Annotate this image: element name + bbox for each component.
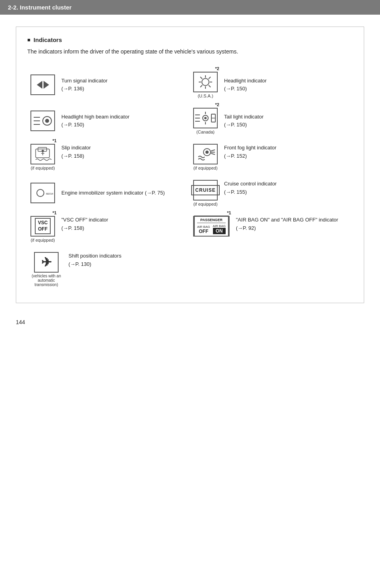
foglight-svg [195,146,216,162]
vsc-superscript: *1 [53,210,57,215]
airbag-label: "AIR BAG ON" and "AIR BAG OFF" indicator… [236,216,350,233]
headlight-text: Headlight indicator (→P. 150) [224,77,267,94]
airbag-on-text: ON [213,228,226,234]
turn-signal-label: Turn signal indicator [61,77,108,85]
indicator-row-taillight: *2 [190,103,353,139]
highbeam-label: Headlight high beam indicator [61,113,129,121]
arrow-right-icon [44,81,49,89]
svg-point-18 [204,117,207,119]
foglight-note: (if equipped) [193,166,217,170]
svg-line-6 [209,85,211,87]
shift-label: Shift position indicators [68,252,122,260]
section-title: Indicators [27,36,353,43]
svg-text:SECURITY: SECURITY [46,193,53,195]
indicator-row-highbeam: Headlight high beam indicator (→P. 150) [27,103,190,139]
shift-text: Shift position indicators (→P. 130) [68,252,122,269]
highbeam-icon-wrapper [30,111,55,131]
security-svg: SECURITY [32,185,53,200]
vsc-text: "VSC OFF" indicator (→P. 158) [61,216,108,233]
svg-point-25 [42,150,44,152]
indicator-row-security: SECURITY Engine immobilizer system indic… [27,175,190,211]
security-icon-wrapper: SECURITY [30,183,55,203]
cruise-note: (if equipped) [193,202,217,206]
taillight-icon-wrapper: *2 [193,108,218,134]
indicator-row-shift: ✈ (vehicles with an automatic transmissi… [27,247,190,292]
airbag-off-col: AIR BAG OFF [197,225,210,234]
foglight-icon [193,144,218,164]
slip-label: Slip indicator [61,144,91,152]
slip-icon [30,144,55,164]
slip-icon-wrapper: *1 [30,144,55,170]
headlight-ref: (→P. 150) [224,85,267,93]
vsc-ref: (→P. 158) [61,224,108,233]
taillight-note: (Canada) [196,130,215,134]
security-icon: SECURITY [30,183,55,203]
taillight-ref: (→P. 150) [224,121,264,129]
intro-text: The indicators inform the driver of the … [27,47,353,57]
taillight-svg [194,110,217,126]
airbag-icon: PASSENGER AIR BAG OFF AIR BAG ON [193,216,230,237]
airbag-text: "AIR BAG ON" and "AIR BAG OFF" indicator… [236,216,350,233]
headlight-note: (U.S.A.) [198,94,213,98]
airbag-display: PASSENGER AIR BAG OFF AIR BAG ON [194,216,229,237]
highbeam-icon [30,111,55,131]
vsc-label-box: VSCOFF [35,218,51,234]
cruise-ref: (→P. 155) [224,188,277,197]
vsc-label: "VSC OFF" indicator [61,216,108,224]
cruise-icon-wrapper: CRUISE (if equipped) [193,180,218,206]
indicator-row-airbag: *1 PASSENGER AIR BAG OFF AIR BAG [190,211,353,247]
airbag-off-text: OFF [197,229,210,234]
airbag-cols: AIR BAG OFF AIR BAG ON [197,224,226,234]
turn-arrows [37,81,49,89]
svg-point-33 [37,189,44,197]
headlight-svg [197,74,214,90]
airbag-icon-wrapper: *1 PASSENGER AIR BAG OFF AIR BAG [193,216,230,237]
svg-line-32 [211,153,215,155]
taillight-label: Tail light indicator [224,113,264,121]
airbag-superscript: *1 [227,210,231,215]
turn-signal-icon-wrapper [30,74,55,95]
turn-signal-icon [30,74,55,95]
security-label: Engine immobilizer system indicator (→P.… [61,189,165,197]
content-box: Indicators The indicators inform the dri… [16,27,364,303]
foglight-icon-wrapper: (if equipped) [193,144,218,170]
slip-ref: (→P. 158) [61,152,91,160]
page-number: 144 [16,315,364,325]
shift-ref: (→P. 130) [68,260,122,269]
highbeam-svg [33,113,53,128]
indicator-row-headlight: *2 [190,67,353,103]
security-text: Engine immobilizer system indicator (→P.… [61,189,165,197]
turn-signal-text: Turn signal indicator (→P. 136) [61,77,108,94]
indicator-row-turn-signal: Turn signal indicator (→P. 136) [27,67,190,103]
vsc-icon-wrapper: *1 VSCOFF (if equipped) [30,216,55,242]
headlight-label: Headlight indicator [224,77,267,85]
foglight-label: Front fog light indicator [224,144,276,152]
vsc-icon: VSCOFF [30,216,55,237]
slip-text: Slip indicator (→P. 158) [61,144,91,160]
slip-note: (if equipped) [30,166,55,170]
svg-point-0 [202,78,209,86]
cruise-label-box: CRUISE [191,185,219,195]
airbag-header: PASSENGER [197,218,226,223]
indicator-row-slip: *1 [27,139,190,175]
indicator-row-cruise: CRUISE (if equipped) Cruise control indi… [190,175,353,211]
svg-point-29 [205,151,209,154]
svg-line-8 [200,85,202,87]
highbeam-text: Headlight high beam indicator (→P. 150) [61,113,129,130]
airbag-airbag-label-left: AIR BAG [197,225,210,229]
shift-note: (vehicles with an automatic transmission… [30,274,62,287]
shift-icon: ✈ [34,252,59,273]
svg-line-7 [209,77,211,79]
headlight-icon [193,72,218,92]
highbeam-ref: (→P. 150) [61,121,129,129]
cruise-label: Cruise control indicator [224,180,277,188]
arrow-left-icon [37,81,42,89]
foglight-ref: (→P. 152) [224,152,276,160]
svg-line-30 [211,150,215,151]
header-title: 2-2. Instrument cluster [8,4,72,11]
page-body: Indicators The indicators inform the dri… [0,15,380,337]
headlight-icon-wrapper: *2 [193,72,218,98]
foglight-text: Front fog light indicator (→P. 152) [224,144,276,160]
taillight-text: Tail light indicator (→P. 150) [224,113,264,130]
shift-icon-wrapper: ✈ (vehicles with an automatic transmissi… [30,252,62,287]
